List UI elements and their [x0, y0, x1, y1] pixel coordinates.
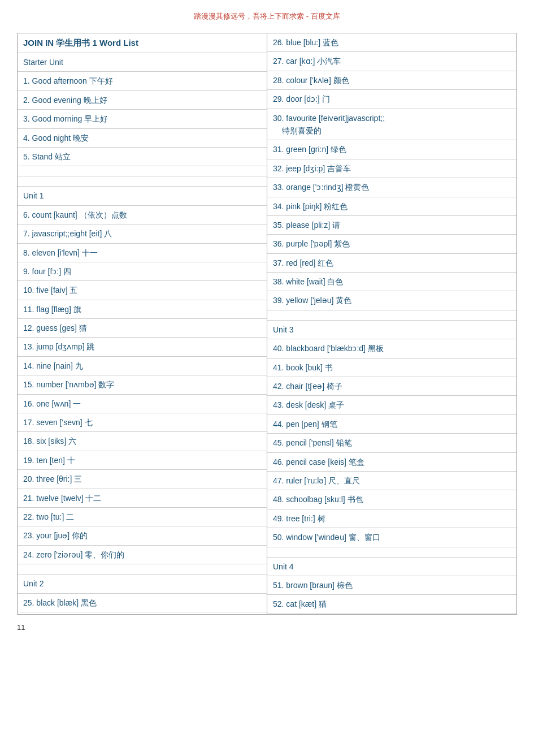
word-list-title: JOIN IN 学生用书 1 Word List	[18, 33, 267, 53]
empty-row	[18, 176, 267, 187]
list-item: 15. number ['nʌmbə] 数字	[18, 375, 267, 394]
list-item: 10. five [faiv] 五	[18, 281, 267, 300]
list-item: 26. blue [blu:] 蓝色	[267, 33, 516, 52]
list-item: 30. favourite [feivərit]javascript;; 特别喜…	[267, 109, 516, 141]
list-item: 19. ten [ten] 十	[18, 451, 267, 470]
list-item: 21. twelve [twelv] 十二	[18, 489, 267, 508]
list-item: 35. please [pli:z] 请	[267, 216, 516, 235]
empty-row	[18, 166, 267, 176]
list-item: 36. purple ['pəpl] 紫色	[267, 235, 516, 253]
list-item: 5. Stand 站立	[18, 148, 267, 166]
list-item: 2. Good evening 晚上好	[18, 91, 267, 110]
list-item: 34. pink [piŋk] 粉红色	[267, 197, 516, 216]
right-column: 26. blue [blu:] 蓝色27. car [kɑ:] 小汽车28. c…	[267, 33, 516, 614]
list-item: 29. door [dɔ:] 门	[267, 90, 516, 109]
list-item: 32. jeep [dʒi:p] 吉普车	[267, 159, 516, 178]
list-item: 27. car [kɑ:] 小汽车	[267, 52, 516, 71]
list-item: 39. yellow ['jeləu] 黄色	[267, 291, 516, 310]
list-item: 47. ruler ['ru:lə] 尺、直尺	[267, 472, 516, 490]
left-column: JOIN IN 学生用书 1 Word ListStarter Unit1. G…	[18, 33, 267, 614]
list-item: 11. flag [flæg] 旗	[18, 300, 267, 319]
list-item: 20. three [θri:] 三	[18, 470, 267, 489]
list-item: 52. cat [kæt] 猫	[267, 595, 516, 614]
list-item: 49. tree [tri:] 树	[267, 509, 516, 528]
unit-header: Unit 3	[267, 321, 516, 339]
list-item: 4. Good night 晚安	[18, 129, 267, 148]
list-item: 24. zero ['ziərəu] 零、你们的	[18, 546, 267, 564]
empty-row	[267, 547, 516, 558]
list-item: 33. orange ['ɔ:rindʒ] 橙黄色	[267, 178, 516, 197]
list-item: 45. pencil ['pensl] 铅笔	[267, 434, 516, 452]
list-item: 48. schoolbag [sku:l] 书包	[267, 490, 516, 509]
list-item: 23. your [juə] 你的	[18, 526, 267, 545]
list-item: 37. red [red] 红色	[267, 254, 516, 273]
unit-header: Unit 4	[267, 558, 516, 576]
unit-header: Unit 1	[18, 187, 267, 205]
list-item: 43. desk [desk] 桌子	[267, 396, 516, 414]
list-item: 22. two [tu:] 二	[18, 508, 267, 526]
list-item: 12. guess [ges] 猜	[18, 319, 267, 338]
list-item: 41. book [buk] 书	[267, 358, 516, 377]
list-item: 44. pen [pen] 钢笔	[267, 415, 516, 434]
list-item: 46. pencil case [keis] 笔盒	[267, 453, 516, 472]
list-item: 38. white [wait] 白色	[267, 273, 516, 291]
list-item: 3. Good morning 早上好	[18, 110, 267, 128]
list-item: 42. chair [tʃeə] 椅子	[267, 377, 516, 396]
list-item: 8. eleven [i'levn] 十一	[18, 244, 267, 262]
list-item: 9. four [fɔ:] 四	[18, 262, 267, 281]
page-number: 11	[17, 623, 517, 632]
list-item: 17. seven ['sevn] 七	[18, 413, 267, 432]
list-item: 25. black [blæk] 黑色	[18, 594, 267, 612]
list-item: 16. one [wʌn] 一	[18, 395, 267, 413]
list-item: 40. blackboard ['blækbɔ:d] 黑板	[267, 339, 516, 358]
list-item: 51. brown [braun] 棕色	[267, 576, 516, 595]
unit-header: Unit 2	[18, 574, 267, 593]
page-header: 踏漫漫其修远号，吾将上下而求索 - 百度文库	[17, 11, 517, 21]
list-item: 18. six [siks] 六	[18, 432, 267, 451]
list-item: 6. count [kaunt] （依次）点数	[18, 206, 267, 224]
list-item: 28. colour ['kʌlə] 颜色	[267, 71, 516, 90]
unit-header: Starter Unit	[18, 53, 267, 72]
list-item: 14. nine [nain] 九	[18, 357, 267, 375]
list-item: 31. green [gri:n] 绿色	[267, 140, 516, 159]
list-item: 13. jump [dʒʌmp] 跳	[18, 338, 267, 356]
empty-row	[267, 310, 516, 321]
word-list-table: JOIN IN 学生用书 1 Word ListStarter Unit1. G…	[17, 33, 517, 615]
list-item: 50. window ['windəu] 窗、窗口	[267, 528, 516, 547]
list-item: 1. Good afternoon 下午好	[18, 72, 267, 90]
list-item: 7. javascript;;eight [eit] 八	[18, 224, 267, 243]
empty-row	[18, 564, 267, 574]
